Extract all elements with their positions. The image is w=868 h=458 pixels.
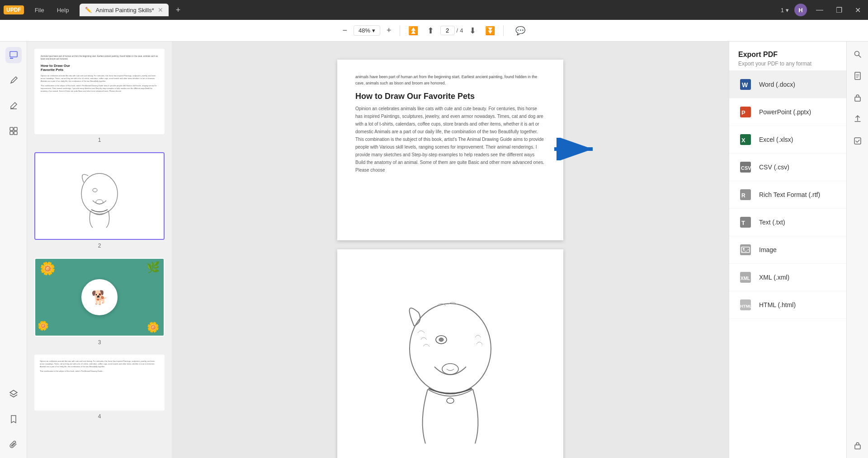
tab-edit-icon: ✏️ xyxy=(85,7,92,13)
sidebar-icon-organize[interactable] xyxy=(5,123,22,139)
export-html[interactable]: HTML HTML (.html) xyxy=(729,291,846,319)
export-csv-label: CSV (.csv) xyxy=(759,164,789,171)
svg-point-30 xyxy=(743,248,745,250)
page-number-input[interactable] xyxy=(440,26,455,35)
divider-1 xyxy=(400,25,400,36)
export-excel[interactable]: X Excel (.xlsx) xyxy=(729,126,846,154)
search-icon[interactable] xyxy=(850,47,865,61)
powerpoint-icon: P xyxy=(738,105,753,119)
new-tab-button[interactable]: + xyxy=(172,5,184,16)
export-title: Export PDF xyxy=(738,51,837,59)
thumbnail-panel[interactable]: Animals have been part of human art from… xyxy=(27,42,172,458)
svg-rect-4 xyxy=(10,131,13,135)
first-page-button[interactable]: ⏫ xyxy=(406,24,421,37)
export-word[interactable]: W Word (.docx) xyxy=(729,71,846,98)
export-image[interactable]: Image xyxy=(729,236,846,264)
thumb-content-3: 🌼 🌿 🌼 🌼 🐕 xyxy=(35,259,164,336)
thumbnail-page-3[interactable]: 🌼 🌿 🌼 🌼 🐕 3 xyxy=(34,258,165,346)
svg-point-11 xyxy=(410,304,491,394)
user-avatar[interactable]: H xyxy=(794,4,807,16)
export-rtf[interactable]: R Rich Text Format (.rtf) xyxy=(729,181,846,209)
comment-button[interactable]: 💬 xyxy=(513,24,528,37)
thumbnail-page-2[interactable]: 2 xyxy=(34,152,165,249)
export-powerpoint[interactable]: P PowerPoint (.pptx) xyxy=(729,98,846,126)
prev-page-button[interactable]: ⬆ xyxy=(425,24,437,37)
svg-text:XML: XML xyxy=(741,276,750,281)
export-csv[interactable]: CSV CSV (.csv) xyxy=(729,154,846,181)
menu-file[interactable]: File xyxy=(29,5,50,15)
pdf-page-1: animals have been part of human art from… xyxy=(337,60,563,240)
svg-rect-0 xyxy=(10,51,17,57)
image-icon xyxy=(738,243,753,257)
next-page-button[interactable]: ⬇ xyxy=(467,24,479,37)
export-panel: Export PDF Export your PDF to any format… xyxy=(729,42,846,458)
svg-point-8 xyxy=(96,200,103,204)
html-icon: HTML xyxy=(738,298,753,312)
svg-text:W: W xyxy=(742,81,748,89)
excel-icon: X xyxy=(738,132,753,147)
minimize-button[interactable]: — xyxy=(812,4,827,16)
export-xml[interactable]: XML XML (.xml) xyxy=(729,264,846,291)
content-area: animals have been part of human art from… xyxy=(172,42,729,458)
pdf-page-2 xyxy=(337,249,563,458)
lock2-icon[interactable] xyxy=(850,438,865,453)
svg-rect-3 xyxy=(14,127,17,131)
document-icon[interactable] xyxy=(850,69,865,83)
export-text-label: Text (.txt) xyxy=(759,219,785,226)
active-tab[interactable]: ✏️ Animal Painting Skills* ✕ xyxy=(80,4,168,16)
export-powerpoint-label: PowerPoint (.pptx) xyxy=(759,108,811,116)
svg-point-13 xyxy=(439,338,443,341)
last-page-button[interactable]: ⏬ xyxy=(482,24,498,37)
export-text[interactable]: T Text (.txt) xyxy=(729,209,846,236)
maximize-button[interactable]: ❐ xyxy=(832,4,846,16)
sidebar-icon-annotate[interactable] xyxy=(5,72,22,89)
export-xml-label: XML (.xml) xyxy=(759,274,789,281)
svg-rect-37 xyxy=(855,97,860,101)
sidebar-icon-bookmark[interactable] xyxy=(5,411,22,427)
sidebar-icon-pages[interactable] xyxy=(5,47,22,63)
menu-help[interactable]: Help xyxy=(52,5,75,15)
pdf-page-wrapper: animals have been part of human art from… xyxy=(337,60,563,240)
rtf-icon: R xyxy=(738,187,753,202)
zoom-display[interactable]: 48% ▾ xyxy=(354,25,380,36)
page-input-group: / 4 xyxy=(440,26,463,35)
total-pages: 4 xyxy=(460,27,463,34)
toolbar: − 48% ▾ + ⏫ ⬆ / 4 ⬇ ⏬ 💬 xyxy=(0,20,868,42)
sidebar-icon-layers[interactable] xyxy=(5,386,22,402)
sidebar-icon-attachment[interactable] xyxy=(5,436,22,453)
svg-text:X: X xyxy=(741,137,745,144)
zoom-in-button[interactable]: + xyxy=(384,24,394,37)
export-subtitle: Export your PDF to any format xyxy=(738,61,837,67)
svg-rect-5 xyxy=(14,131,17,135)
svg-rect-2 xyxy=(10,127,13,131)
word-icon: W xyxy=(738,77,753,92)
thumb-content-2 xyxy=(35,153,164,239)
zoom-out-button[interactable]: − xyxy=(340,24,350,37)
thumb-label-4: 4 xyxy=(34,413,165,420)
svg-point-6 xyxy=(81,173,118,214)
export-word-label: Word (.docx) xyxy=(759,81,795,88)
pdf-intro-text: animals have been part of human art from… xyxy=(355,74,545,86)
arrow-indicator xyxy=(554,138,599,162)
thumb-label-3: 3 xyxy=(34,339,165,346)
thumbnail-page-1[interactable]: Animals have been part of human art from… xyxy=(34,49,165,143)
svg-rect-38 xyxy=(854,138,861,144)
upload-icon[interactable] xyxy=(850,112,865,126)
thumb-frame-1: Animals have been part of human art from… xyxy=(34,49,165,134)
app-logo: UPDF xyxy=(4,5,24,14)
svg-text:CSV: CSV xyxy=(741,165,751,171)
svg-text:P: P xyxy=(741,109,745,116)
pdf-main-title: How to Draw Our Favorite Pets xyxy=(355,92,545,101)
text-icon: T xyxy=(738,215,753,229)
page-separator: / xyxy=(457,27,458,34)
thumbnail-page-4[interactable]: Opinion an celebrates animals like cats … xyxy=(34,355,165,420)
sidebar-icon-edit[interactable] xyxy=(5,98,22,114)
thumb-frame-4: Opinion an celebrates animals like cats … xyxy=(34,355,165,411)
export-header: Export PDF Export your PDF to any format xyxy=(729,42,846,71)
close-button[interactable]: ✕ xyxy=(851,4,864,16)
tab-close-button[interactable]: ✕ xyxy=(158,6,163,14)
pdf-body-text: Opinion an celebrates animals like cats … xyxy=(355,105,545,174)
checkbox-icon[interactable] xyxy=(850,134,865,148)
lock-icon[interactable] xyxy=(850,90,865,105)
left-sidebar xyxy=(0,42,27,458)
